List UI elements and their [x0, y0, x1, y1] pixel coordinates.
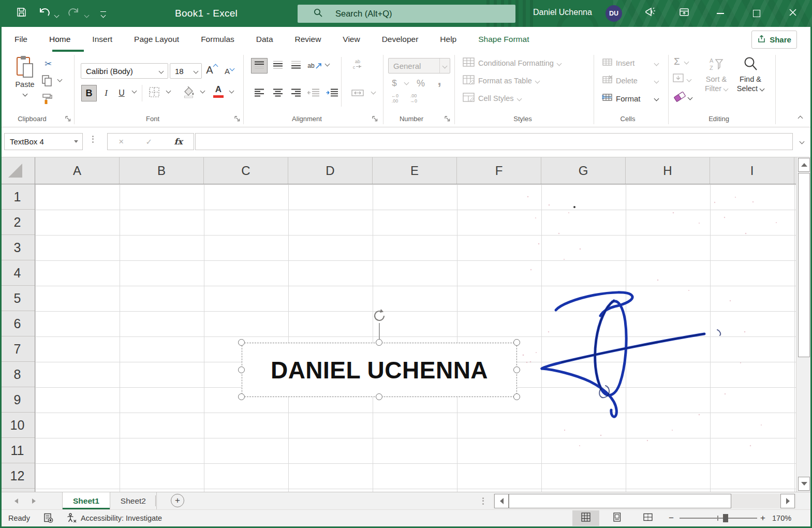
shrink-font-button[interactable]: A — [222, 63, 237, 79]
resize-handle-e[interactable] — [513, 366, 520, 373]
tab-shape-format[interactable]: Shape Format — [467, 27, 540, 52]
horizontal-scrollbar[interactable] — [493, 494, 796, 508]
row-header-6[interactable]: 6 — [0, 311, 35, 336]
clear-button[interactable] — [673, 90, 692, 105]
undo-button[interactable] — [35, 4, 53, 22]
tab-view[interactable]: View — [332, 27, 371, 52]
wrap-text-button[interactable]: ab c — [347, 59, 368, 74]
feedback-button[interactable] — [640, 4, 660, 23]
font-name-combo[interactable]: Calibri (Body) — [81, 63, 168, 79]
italic-button[interactable]: I — [99, 85, 113, 101]
name-box-dropdown-icon[interactable] — [74, 140, 78, 143]
zoom-out-button[interactable]: − — [669, 513, 674, 523]
top-align-button[interactable] — [251, 58, 268, 74]
scroll-down-button[interactable] — [798, 477, 810, 491]
merge-center-dropdown[interactable] — [370, 90, 377, 94]
zoom-level[interactable]: 170% — [772, 514, 791, 522]
hscroll-left-button[interactable] — [494, 494, 509, 508]
normal-view-button[interactable] — [572, 510, 599, 526]
zoom-slider-thumb[interactable] — [723, 514, 728, 522]
clipboard-dialog-launcher-icon[interactable] — [65, 115, 72, 122]
tab-formulas[interactable]: Formulas — [190, 27, 245, 52]
select-all-corner[interactable] — [0, 157, 35, 184]
column-header-f[interactable]: F — [457, 157, 541, 184]
minimize-button[interactable] — [710, 4, 731, 23]
tab-data[interactable]: Data — [245, 27, 284, 52]
row-header-9[interactable]: 9 — [0, 387, 35, 413]
column-header-g[interactable]: G — [541, 157, 626, 184]
redo-dropdown[interactable] — [83, 6, 90, 24]
hscroll-right-button[interactable] — [780, 494, 795, 508]
grow-font-button[interactable]: A — [204, 62, 219, 78]
resize-handle-nw[interactable] — [238, 339, 245, 346]
close-button[interactable] — [783, 4, 803, 23]
row-header-10[interactable]: 10 — [0, 413, 35, 438]
borders-dropdown[interactable] — [165, 89, 172, 93]
column-header-i[interactable]: I — [710, 157, 794, 184]
customize-quick-access-toolbar-button[interactable] — [96, 5, 110, 23]
resize-handle-ne[interactable] — [513, 339, 520, 346]
scroll-up-button[interactable] — [798, 158, 810, 172]
column-header-h[interactable]: H — [626, 157, 710, 184]
row-header-2[interactable]: 2 — [0, 210, 35, 235]
page-break-preview-button[interactable] — [634, 510, 661, 526]
row-header-4[interactable]: 4 — [0, 260, 35, 286]
undo-dropdown[interactable] — [53, 6, 60, 24]
tab-home[interactable]: Home — [38, 27, 81, 52]
tab-developer[interactable]: Developer — [371, 27, 430, 52]
column-header-e[interactable]: E — [373, 157, 457, 184]
sheet-nav-left-icon[interactable] — [14, 498, 18, 504]
formula-bar-resize-handle[interactable] — [92, 134, 94, 144]
tab-review[interactable]: Review — [284, 27, 332, 52]
copy-dropdown[interactable] — [56, 78, 63, 81]
fill-color-dropdown[interactable] — [199, 89, 206, 93]
orientation-button[interactable]: ab — [306, 58, 323, 74]
name-box[interactable]: TextBox 4 — [4, 133, 83, 150]
page-layout-view-button[interactable] — [603, 510, 630, 526]
decrease-indent-button[interactable] — [305, 86, 322, 101]
find-select-button[interactable]: Find & Select — [734, 56, 767, 93]
resize-handle-n[interactable] — [376, 339, 382, 346]
align-right-button[interactable] — [288, 86, 304, 101]
column-header-a[interactable]: A — [35, 157, 120, 184]
row-header-5[interactable]: 5 — [0, 286, 35, 311]
textbox-shape[interactable]: DANIEL UCHENNA — [242, 343, 517, 397]
alignment-dialog-launcher-icon[interactable] — [372, 115, 379, 122]
resize-handle-se[interactable] — [513, 393, 520, 400]
increase-indent-button[interactable] — [324, 86, 341, 101]
resize-handle-s[interactable] — [376, 393, 382, 400]
row-header-7[interactable]: 7 — [0, 336, 35, 362]
insert-function-icon[interactable]: fx — [174, 137, 182, 146]
zoom-in-button[interactable]: + — [760, 513, 765, 523]
row-header-12[interactable]: 12 — [0, 463, 35, 489]
share-button[interactable]: Share — [751, 31, 797, 49]
font-color-dropdown[interactable] — [228, 89, 235, 93]
rotate-handle[interactable] — [372, 309, 387, 325]
zoom-slider-track[interactable] — [680, 518, 757, 519]
format-painter-button[interactable] — [40, 93, 54, 107]
row-header-1[interactable]: 1 — [0, 184, 35, 210]
maximize-button[interactable] — [746, 4, 767, 23]
accessibility-icon[interactable] — [66, 513, 78, 525]
save-button[interactable] — [12, 4, 30, 22]
row-header-3[interactable]: 3 — [0, 235, 35, 260]
enter-icon[interactable]: ✓ — [145, 137, 152, 146]
column-header-b[interactable]: B — [120, 157, 204, 184]
column-header-c[interactable]: C — [204, 157, 288, 184]
underline-dropdown[interactable] — [130, 89, 138, 93]
orientation-dropdown[interactable] — [323, 62, 331, 66]
middle-align-button[interactable] — [270, 58, 286, 74]
fill-color-button[interactable] — [181, 85, 197, 100]
copy-button[interactable] — [40, 75, 54, 89]
row-header-11[interactable]: 11 — [0, 438, 35, 463]
cell-grid[interactable] — [35, 184, 796, 492]
tab-help[interactable]: Help — [429, 27, 467, 52]
redo-button[interactable] — [65, 4, 83, 22]
search-box[interactable]: Search (Alt+Q) — [298, 5, 515, 23]
format-cells-button[interactable]: Format — [601, 92, 658, 105]
tab-file[interactable]: File — [4, 27, 38, 52]
vertical-scrollbar[interactable] — [796, 157, 810, 492]
align-left-button[interactable] — [251, 86, 268, 101]
ribbon-display-options-button[interactable] — [674, 4, 695, 23]
column-header-d[interactable]: D — [288, 157, 373, 184]
